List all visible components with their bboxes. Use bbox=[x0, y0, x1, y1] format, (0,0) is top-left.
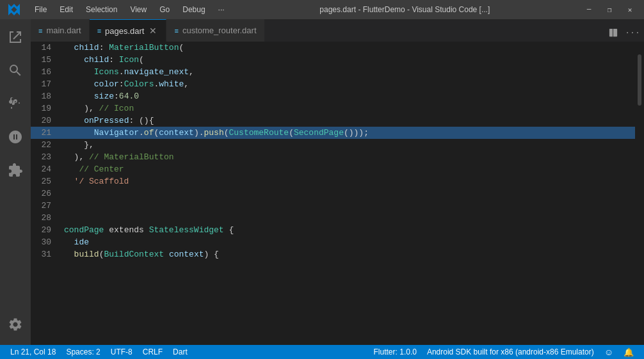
title-bar: File Edit Selection View Go Debug ··· pa… bbox=[0, 0, 644, 19]
title-bar-left: File Edit Selection View Go Debug ··· bbox=[5, 1, 230, 19]
code-line-27: 27 bbox=[31, 200, 635, 212]
code-line-16: 16 Icons.navigate_next, bbox=[31, 66, 635, 78]
tabs-bar: ≡ main.dart ≡ pages.dart ✕ ≡ custome_rou… bbox=[31, 19, 644, 42]
tabs-actions: ··· bbox=[604, 24, 644, 42]
code-line-25: 25 '/ Scaffold bbox=[31, 175, 635, 187]
tab-main-dart-label: main.dart bbox=[46, 26, 81, 35]
tab-pages-dart-label: pages.dart bbox=[105, 26, 144, 36]
code-line-26: 26 bbox=[31, 187, 635, 200]
code-line-14: 14 child: MaterialButton( bbox=[31, 42, 635, 54]
search-icon[interactable] bbox=[0, 55, 31, 86]
window-controls: ─ ❐ ✕ bbox=[580, 3, 639, 16]
code-line-23: 23 ), // MaterialButton bbox=[31, 151, 635, 163]
tab-close-button[interactable]: ✕ bbox=[148, 26, 158, 36]
status-spaces[interactable]: Spaces: 2 bbox=[61, 345, 105, 359]
status-ln-col[interactable]: Ln 21, Col 18 bbox=[5, 345, 61, 359]
close-button[interactable]: ✕ bbox=[621, 3, 639, 16]
debug-icon[interactable] bbox=[0, 122, 31, 152]
code-line-31: 31 build(BuildContext context) { bbox=[31, 248, 635, 260]
window-title: pages.dart - FlutterDemo - Visual Studio… bbox=[230, 5, 580, 14]
activity-bar bbox=[0, 19, 31, 345]
status-encoding[interactable]: UTF-8 bbox=[106, 345, 138, 359]
status-flutter[interactable]: Flutter: 1.0.0 bbox=[369, 345, 422, 359]
code-line-17: 17 color:Colors.white, bbox=[31, 78, 635, 90]
code-line-20: 20 onPressed: (){ bbox=[31, 115, 635, 127]
explorer-icon[interactable] bbox=[0, 22, 31, 52]
scrollbar-thumb[interactable] bbox=[638, 54, 641, 106]
editor-area: ≡ main.dart ≡ pages.dart ✕ ≡ custome_rou… bbox=[31, 19, 644, 345]
tab-main-dart[interactable]: ≡ main.dart bbox=[31, 19, 90, 42]
tab-pages-dart[interactable]: ≡ pages.dart ✕ bbox=[90, 19, 167, 42]
status-sdk[interactable]: Android SDK built for x86 (android-x86 E… bbox=[422, 345, 599, 359]
vscode-logo-icon bbox=[5, 1, 23, 19]
extensions-icon[interactable] bbox=[0, 155, 31, 186]
tab-custome-router-label: custome_router.dart bbox=[182, 26, 257, 35]
status-smiley[interactable]: ☺ bbox=[599, 345, 618, 359]
menu-edit[interactable]: Edit bbox=[54, 4, 78, 15]
split-editor-button[interactable] bbox=[604, 24, 622, 42]
code-line-28: 28 bbox=[31, 212, 635, 224]
menu-debug[interactable]: Debug bbox=[177, 4, 210, 15]
dart-file-icon-2: ≡ bbox=[97, 27, 101, 35]
maximize-button[interactable]: ❐ bbox=[600, 3, 618, 16]
status-right: Flutter: 1.0.0 Android SDK built for x86… bbox=[369, 345, 639, 359]
dart-file-icon: ≡ bbox=[38, 27, 42, 35]
editor-with-scrollbar: 14 child: MaterialButton( 15 child: Icon… bbox=[31, 42, 644, 345]
status-bar: Ln 21, Col 18 Spaces: 2 UTF-8 CRLF Dart … bbox=[0, 345, 644, 359]
code-line-15: 15 child: Icon( bbox=[31, 54, 635, 66]
menu-selection[interactable]: Selection bbox=[81, 4, 122, 15]
status-line-ending[interactable]: CRLF bbox=[138, 345, 168, 359]
minimize-button[interactable]: ─ bbox=[580, 3, 598, 16]
source-control-icon[interactable] bbox=[0, 88, 31, 119]
tab-custome-router[interactable]: ≡ custome_router.dart bbox=[166, 19, 264, 42]
code-line-19: 19 ), // Icon bbox=[31, 102, 635, 115]
menu-bar: File Edit Selection View Go Debug ··· bbox=[29, 4, 230, 15]
code-line-24: 24 // Center bbox=[31, 163, 635, 175]
menu-file[interactable]: File bbox=[29, 4, 52, 15]
more-actions-button[interactable]: ··· bbox=[624, 24, 641, 42]
code-line-21: 21 Navigator.of(context).push(CustomeRou… bbox=[31, 127, 635, 139]
code-editor[interactable]: 14 child: MaterialButton( 15 child: Icon… bbox=[31, 42, 635, 345]
dart-file-icon-3: ≡ bbox=[174, 27, 178, 35]
code-lines: 14 child: MaterialButton( 15 child: Icon… bbox=[31, 42, 635, 345]
status-bell[interactable]: 🔔 bbox=[618, 345, 639, 359]
settings-icon[interactable] bbox=[0, 309, 31, 340]
menu-more[interactable]: ··· bbox=[213, 4, 230, 15]
code-line-22: 22 }, bbox=[31, 139, 635, 151]
scrollbar-track[interactable] bbox=[635, 42, 644, 345]
menu-go[interactable]: Go bbox=[154, 4, 175, 15]
menu-view[interactable]: View bbox=[125, 4, 152, 15]
code-line-29: 29 condPage extends StatelessWidget { bbox=[31, 224, 635, 236]
main-layout: ≡ main.dart ≡ pages.dart ✕ ≡ custome_rou… bbox=[0, 19, 644, 345]
code-line-18: 18 size:64.0 bbox=[31, 90, 635, 102]
status-language[interactable]: Dart bbox=[168, 345, 193, 359]
code-line-30: 30 ide bbox=[31, 236, 635, 248]
